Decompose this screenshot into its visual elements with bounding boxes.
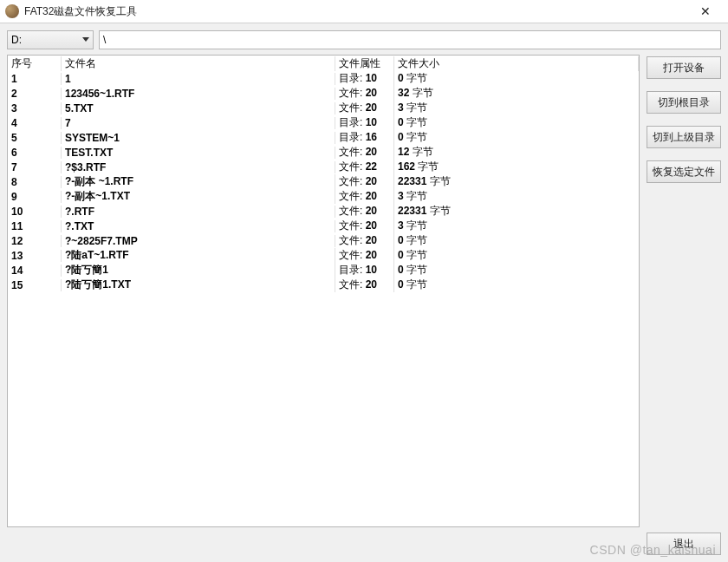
app-window: FAT32磁盘文件恢复工具 ✕ D: \ 序号 文件名 文件属性 文件大小 11… xyxy=(0,0,728,562)
chevron-down-icon xyxy=(82,37,89,42)
cell-index: 6 xyxy=(8,147,62,159)
cell-name: 1 xyxy=(62,73,335,85)
table-row[interactable]: 2123456~1.RTF文件: 2032 字节 xyxy=(8,86,639,101)
cell-name: ?-副本 ~1.RTF xyxy=(62,174,335,189)
table-row[interactable]: 47目录: 100 字节 xyxy=(8,115,639,130)
cell-attr: 文件: 20 xyxy=(335,233,394,248)
bottom-row: 退出 xyxy=(7,533,721,555)
path-input[interactable]: \ xyxy=(99,30,721,49)
cell-attr: 文件: 20 xyxy=(335,278,394,292)
list-body: 11目录: 100 字节2123456~1.RTF文件: 2032 字节35.T… xyxy=(8,71,639,526)
cell-size: 3 字节 xyxy=(394,219,639,233)
cell-size: 0 字节 xyxy=(394,278,639,292)
cell-attr: 目录: 10 xyxy=(335,263,394,278)
cell-attr: 目录: 10 xyxy=(335,115,394,130)
titlebar: FAT32磁盘文件恢复工具 ✕ xyxy=(0,0,728,23)
cell-size: 0 字节 xyxy=(394,263,639,278)
path-value: \ xyxy=(103,34,106,46)
cell-name: ?$3.RTF xyxy=(62,161,335,173)
cell-index: 10 xyxy=(8,206,62,218)
cell-size: 0 字节 xyxy=(394,248,639,263)
table-row[interactable]: 13?陆aT~1.RTF文件: 200 字节 xyxy=(8,248,639,263)
cell-name: TEST.TXT xyxy=(62,147,335,159)
cell-name: ?.RTF xyxy=(62,206,335,218)
cell-index: 7 xyxy=(8,161,62,173)
col-header-name[interactable]: 文件名 xyxy=(62,56,335,71)
cell-attr: 文件: 20 xyxy=(335,174,394,189)
cell-size: 32 字节 xyxy=(394,86,639,101)
close-button[interactable]: ✕ xyxy=(688,0,723,23)
client-area: D: \ 序号 文件名 文件属性 文件大小 11目录: 100 字节212345… xyxy=(0,23,728,562)
cell-name: SYSTEM~1 xyxy=(62,132,335,144)
cell-index: 2 xyxy=(8,88,62,100)
table-row[interactable]: 8?-副本 ~1.RTF文件: 2022331 字节 xyxy=(8,174,639,189)
cell-attr: 文件: 20 xyxy=(335,101,394,115)
cell-attr: 文件: 22 xyxy=(335,160,394,174)
cell-size: 0 字节 xyxy=(394,115,639,130)
cell-attr: 目录: 16 xyxy=(335,130,394,145)
cell-index: 1 xyxy=(8,73,62,85)
table-row[interactable]: 15?陆丂簡1.TXT文件: 200 字节 xyxy=(8,278,639,292)
cell-size: 22331 字节 xyxy=(394,174,639,189)
cell-name: 7 xyxy=(62,117,335,129)
cell-size: 162 字节 xyxy=(394,160,639,174)
drive-select-value: D: xyxy=(11,34,22,46)
list-header: 序号 文件名 文件属性 文件大小 xyxy=(8,56,639,71)
app-icon xyxy=(5,4,19,18)
file-list[interactable]: 序号 文件名 文件属性 文件大小 11目录: 100 字节2123456~1.R… xyxy=(7,55,640,527)
cell-attr: 文件: 20 xyxy=(335,219,394,233)
table-row[interactable]: 6TEST.TXT文件: 2012 字节 xyxy=(8,145,639,160)
cell-name: ?-副本~1.TXT xyxy=(62,189,335,204)
cell-index: 12 xyxy=(8,235,62,247)
goto-root-button[interactable]: 切到根目录 xyxy=(647,91,721,114)
table-row[interactable]: 14?陆丂簡1目录: 100 字节 xyxy=(8,263,639,278)
table-row[interactable]: 35.TXT文件: 203 字节 xyxy=(8,101,639,115)
cell-size: 22331 字节 xyxy=(394,204,639,219)
cell-name: 123456~1.RTF xyxy=(62,88,335,100)
cell-attr: 文件: 20 xyxy=(335,189,394,204)
cell-attr: 目录: 10 xyxy=(335,71,394,86)
table-row[interactable]: 5SYSTEM~1目录: 160 字节 xyxy=(8,130,639,145)
cell-index: 4 xyxy=(8,117,62,129)
drive-select[interactable]: D: xyxy=(7,30,94,49)
recover-file-button[interactable]: 恢复选定文件 xyxy=(647,160,721,183)
title-text: FAT32磁盘文件恢复工具 xyxy=(24,4,688,19)
cell-attr: 文件: 20 xyxy=(335,86,394,101)
cell-name: ?~2825F7.TMP xyxy=(62,235,335,247)
cell-index: 11 xyxy=(8,220,62,232)
cell-size: 0 字节 xyxy=(394,71,639,86)
cell-index: 9 xyxy=(8,191,62,203)
cell-size: 12 字节 xyxy=(394,145,639,160)
cell-name: ?.TXT xyxy=(62,220,335,232)
mid-row: 序号 文件名 文件属性 文件大小 11目录: 100 字节2123456~1.R… xyxy=(7,55,721,527)
cell-size: 3 字节 xyxy=(394,101,639,115)
cell-size: 3 字节 xyxy=(394,189,639,204)
cell-index: 14 xyxy=(8,265,62,277)
cell-name: ?陆丂簡1 xyxy=(62,263,335,278)
table-row[interactable]: 9?-副本~1.TXT文件: 203 字节 xyxy=(8,189,639,204)
right-sidebar: 打开设备 切到根目录 切到上级目录 恢复选定文件 xyxy=(647,55,721,527)
table-row[interactable]: 7?$3.RTF文件: 22162 字节 xyxy=(8,160,639,174)
cell-index: 3 xyxy=(8,102,62,114)
cell-index: 15 xyxy=(8,279,62,291)
cell-index: 8 xyxy=(8,176,62,188)
goto-parent-button[interactable]: 切到上级目录 xyxy=(647,126,721,148)
cell-attr: 文件: 20 xyxy=(335,145,394,160)
cell-index: 5 xyxy=(8,132,62,144)
table-row[interactable]: 11?.TXT文件: 203 字节 xyxy=(8,219,639,233)
col-header-size[interactable]: 文件大小 xyxy=(394,56,639,71)
top-row: D: \ xyxy=(7,30,721,49)
table-row[interactable]: 10?.RTF文件: 2022331 字节 xyxy=(8,204,639,219)
cell-name: ?陆丂簡1.TXT xyxy=(62,278,335,292)
col-header-attr[interactable]: 文件属性 xyxy=(335,56,394,71)
open-device-button[interactable]: 打开设备 xyxy=(647,56,721,79)
cell-size: 0 字节 xyxy=(394,233,639,248)
table-row[interactable]: 11目录: 100 字节 xyxy=(8,71,639,86)
cell-attr: 文件: 20 xyxy=(335,248,394,263)
cell-index: 13 xyxy=(8,250,62,262)
cell-name: 5.TXT xyxy=(62,102,335,114)
exit-button[interactable]: 退出 xyxy=(647,533,721,555)
table-row[interactable]: 12?~2825F7.TMP文件: 200 字节 xyxy=(8,233,639,248)
cell-attr: 文件: 20 xyxy=(335,204,394,219)
col-header-index[interactable]: 序号 xyxy=(8,56,62,71)
